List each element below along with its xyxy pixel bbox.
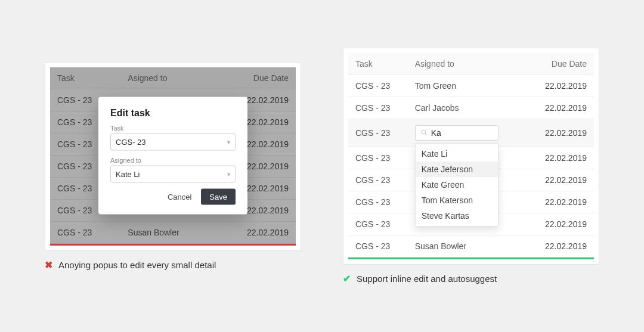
save-button[interactable]: Save <box>201 188 236 204</box>
good-caption: ✔ Support inline edit and autosuggest <box>343 265 599 284</box>
table-body-right: CGS - 23Tom Green22.02.2019CGS - 23Carl … <box>348 75 594 257</box>
chevron-down-icon: ▾ <box>227 170 230 177</box>
task-table-panel-right: Task Asigned to Due Date CGS - 23Tom Gre… <box>348 53 594 257</box>
cell-assigned: Tom Green <box>408 75 526 97</box>
table-header-row: Task Asigned to Due Date <box>348 53 594 75</box>
cell-due: 22.02.2019 <box>526 147 594 169</box>
cell-task: CGS - 23 <box>348 119 408 147</box>
modal-title: Edit task <box>110 107 236 118</box>
good-example: Task Asigned to Due Date CGS - 23Tom Gre… <box>343 48 599 284</box>
cell-task: CGS - 23 <box>348 75 408 97</box>
assigned-select[interactable]: Kate Li ▾ <box>110 165 236 182</box>
cell-assigned-editing: KaKate LiKate JefersonKate GreenTom Kate… <box>408 119 526 147</box>
cell-task: CGS - 23 <box>348 213 408 235</box>
col-assigned: Asigned to <box>408 53 526 75</box>
col-task: Task <box>348 53 408 75</box>
table-row[interactable]: CGS - 23Tom Green22.02.2019 <box>348 75 594 97</box>
check-icon: ✔ <box>343 273 351 284</box>
cell-task: CGS - 23 <box>348 235 408 257</box>
assigned-select-value: Kate Li <box>116 169 140 178</box>
cell-due: 22.02.2019 <box>526 75 594 97</box>
cell-due: 22.02.2019 <box>526 235 594 257</box>
cell-assigned: Carl Jacobs <box>408 97 526 119</box>
table-row[interactable]: CGS - 23Susan Bowler22.02.2019 <box>348 235 594 257</box>
suggest-item[interactable]: Steve Kartas <box>416 208 498 224</box>
bad-example: Task Asigned to Due Date CGS - 23Tom Gre… <box>45 62 301 271</box>
task-table-panel-left: Task Asigned to Due Date CGS - 23Tom Gre… <box>50 67 296 244</box>
col-due: Due Date <box>526 53 594 75</box>
task-select[interactable]: CGS- 23 ▾ <box>110 133 236 150</box>
suggest-item[interactable]: Kate Jeferson <box>416 162 498 177</box>
inline-input-wrap: KaKate LiKate JefersonKate GreenTom Kate… <box>415 125 519 141</box>
cell-due: 22.02.2019 <box>526 169 594 191</box>
cell-assigned: Susan Bowler <box>408 235 526 257</box>
panel-wrap: Task Asigned to Due Date CGS - 23Tom Gre… <box>45 62 301 251</box>
assigned-search-input[interactable]: Ka <box>415 125 499 141</box>
task-table: Task Asigned to Due Date CGS - 23Tom Gre… <box>348 53 594 257</box>
search-input-value: Ka <box>431 128 441 138</box>
cell-due: 22.02.2019 <box>526 119 594 147</box>
svg-point-0 <box>422 130 426 134</box>
good-underline <box>348 257 594 259</box>
cell-task: CGS - 23 <box>348 97 408 119</box>
table-row[interactable]: CGS - 23Carl Jacobs22.02.2019 <box>348 97 594 119</box>
bad-caption-text: Anoying popus to edit every small detail <box>58 260 216 270</box>
task-select-value: CGS- 23 <box>116 137 146 146</box>
cell-due: 22.02.2019 <box>526 213 594 235</box>
cell-due: 22.02.2019 <box>526 191 594 213</box>
search-icon <box>420 129 428 138</box>
cell-due: 22.02.2019 <box>526 97 594 119</box>
bad-underline <box>50 244 296 246</box>
svg-line-1 <box>425 134 426 135</box>
suggest-item[interactable]: Tom Katerson <box>416 193 498 208</box>
table-row[interactable]: CGS - 23KaKate LiKate JefersonKate Green… <box>348 119 594 147</box>
suggest-item[interactable]: Kate Green <box>416 177 498 193</box>
cancel-button[interactable]: Cancel <box>168 188 191 204</box>
chevron-down-icon: ▾ <box>227 138 230 145</box>
good-caption-text: Support inline edit and autosuggest <box>357 274 497 284</box>
panel-wrap: Task Asigned to Due Date CGS - 23Tom Gre… <box>343 48 599 265</box>
autosuggest-dropdown: Kate LiKate JefersonKate GreenTom Katers… <box>415 143 499 226</box>
cell-task: CGS - 23 <box>348 169 408 191</box>
suggest-item[interactable]: Kate Li <box>416 146 498 162</box>
cross-icon: ✖ <box>45 259 52 271</box>
edit-task-modal: Edit task Task CGS- 23 ▾ Asigned to Kate… <box>98 97 247 214</box>
cell-task: CGS - 23 <box>348 147 408 169</box>
assigned-field-label: Asigned to <box>110 156 236 163</box>
bad-caption: ✖ Anoying popus to edit every small deta… <box>45 251 301 271</box>
cell-task: CGS - 23 <box>348 191 408 213</box>
task-field-label: Task <box>110 124 236 131</box>
modal-actions: Cancel Save <box>110 188 236 204</box>
